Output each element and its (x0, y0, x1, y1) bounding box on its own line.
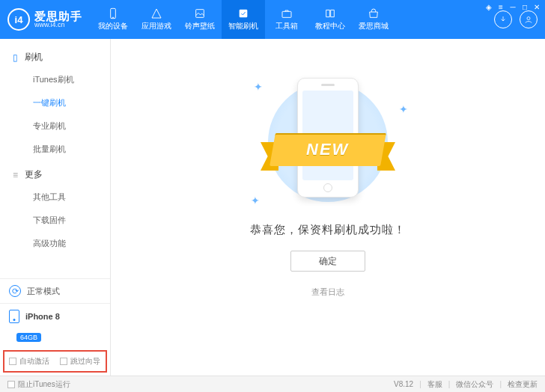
nav-label: 教程中心 (315, 21, 345, 31)
ribbon-text: NEW (306, 140, 349, 159)
flash-options-highlight: 自动激活 跳过向导 (3, 350, 107, 373)
nav-device[interactable]: 我的设备 (91, 0, 135, 39)
sidebar-group-label: 刷机 (25, 51, 43, 64)
app-url: www.i4.cn (34, 22, 82, 28)
sidebar-item-pro[interactable]: 专业刷机 (10, 114, 110, 138)
success-message: 恭喜您，保资料刷机成功啦！ (250, 223, 406, 237)
nav-label: 我的设备 (98, 21, 128, 31)
sidebar-group-more[interactable]: ≡ 更多 (10, 164, 110, 186)
refresh-icon: ⟳ (9, 285, 21, 297)
device-mode[interactable]: ⟳ 正常模式 (0, 279, 110, 304)
device-icon (9, 310, 19, 323)
nav-label: 智能刷机 (228, 21, 258, 31)
sparkle-icon: ✦ (254, 81, 263, 93)
success-illustration: ✦ ✦ ✦ NEW (249, 75, 407, 209)
apps-icon (150, 7, 163, 19)
version-label: V8.12 (394, 380, 413, 388)
sidebar-item-batch[interactable]: 批量刷机 (10, 138, 110, 161)
sparkle-icon: ✦ (251, 195, 260, 206)
nav-ring[interactable]: 铃声壁纸 (178, 0, 222, 39)
nav-label: 应用游戏 (141, 21, 171, 31)
sparkle-icon: ✦ (399, 103, 408, 115)
checkbox-auto-activate[interactable]: 自动激活 (9, 356, 49, 367)
nav-apps[interactable]: 应用游戏 (135, 0, 178, 39)
status-bar: 阻止iTunes运行 V8.12 | 客服 | 微信公众号 | 检查更新 (0, 376, 545, 392)
ribbon-icon: NEW (272, 133, 383, 166)
list-icon: ≡ (10, 170, 20, 180)
footer-link-support[interactable]: 客服 (427, 379, 442, 390)
logo-icon: i4 (7, 8, 30, 31)
checkbox-icon (9, 358, 16, 365)
view-log-link[interactable]: 查看日志 (311, 287, 344, 298)
menu-icon[interactable]: ≡ (497, 3, 505, 10)
minimize-icon[interactable]: ─ (509, 3, 517, 10)
nav-store[interactable]: 爱思商城 (352, 0, 395, 39)
svg-rect-0 (111, 8, 116, 18)
main-content: ✦ ✦ ✦ NEW 恭喜您，保资料刷机成功啦！ 确定 查看日志 (111, 39, 545, 376)
device-mode-label: 正常模式 (27, 286, 60, 297)
checkbox-icon (60, 358, 67, 365)
top-nav: 我的设备 应用游戏 铃声壁纸 智能刷机 工具箱 教程中心 爱思商城 (91, 0, 485, 39)
download-button[interactable] (494, 10, 512, 28)
nav-label: 工具箱 (275, 21, 298, 31)
book-icon (323, 7, 337, 19)
flash-icon (237, 7, 250, 19)
device-name: iPhone 8 (25, 312, 60, 321)
window-controls: ◈ ≡ ─ □ ✕ (485, 0, 545, 10)
maximize-icon[interactable]: □ (521, 3, 529, 10)
checkbox-icon (7, 381, 15, 388)
sidebar-item-othertools[interactable]: 其他工具 (10, 186, 110, 209)
sidebar: ▯ 刷机 iTunes刷机 一键刷机 专业刷机 批量刷机 ≡ 更多 其他工具 下… (0, 39, 111, 376)
app-title: 爱思助手 (34, 10, 82, 22)
checkbox-skip-guide[interactable]: 跳过向导 (60, 356, 100, 367)
store-icon (367, 7, 380, 19)
svg-point-5 (527, 17, 530, 20)
ok-button[interactable]: 确定 (290, 251, 365, 272)
sidebar-item-onekey[interactable]: 一键刷机 (10, 91, 110, 114)
sidebar-item-advanced[interactable]: 高级功能 (10, 232, 110, 255)
app-body: ▯ 刷机 iTunes刷机 一键刷机 专业刷机 批量刷机 ≡ 更多 其他工具 下… (0, 39, 545, 376)
nav-toolbox[interactable]: 工具箱 (265, 0, 308, 39)
sidebar-group-flash[interactable]: ▯ 刷机 (10, 46, 110, 68)
app-logo: i4 爱思助手 www.i4.cn (0, 0, 91, 39)
checkbox-label: 跳过向导 (70, 356, 100, 367)
phone-icon (106, 7, 120, 19)
svg-rect-2 (196, 10, 204, 18)
nav-label: 爱思商城 (359, 21, 389, 31)
wallpaper-icon (193, 7, 207, 19)
account-button[interactable] (520, 10, 538, 28)
sidebar-group-label: 更多 (25, 168, 43, 181)
close-icon[interactable]: ✕ (533, 3, 541, 10)
toolbox-icon (280, 7, 293, 19)
checkbox-block-itunes[interactable]: 阻止iTunes运行 (7, 379, 70, 390)
nav-tutorial[interactable]: 教程中心 (308, 0, 352, 39)
svg-rect-3 (240, 10, 248, 18)
title-bar: i4 爱思助手 www.i4.cn 我的设备 应用游戏 铃声壁纸 智能刷机 工具… (0, 0, 545, 39)
sidebar-item-download[interactable]: 下载固件 (10, 209, 110, 232)
nav-flash[interactable]: 智能刷机 (222, 0, 265, 39)
connected-device[interactable]: iPhone 8 (0, 304, 110, 329)
checkbox-label: 自动激活 (19, 356, 49, 367)
nav-label: 铃声壁纸 (185, 21, 215, 31)
storage-badge: 64GB (16, 333, 41, 342)
svg-rect-4 (282, 11, 291, 17)
checkbox-label: 阻止iTunes运行 (18, 379, 70, 390)
phone-icon: ▯ (10, 52, 20, 62)
footer-link-wechat[interactable]: 微信公众号 (456, 379, 493, 390)
sidebar-item-itunes[interactable]: iTunes刷机 (10, 68, 110, 91)
footer-link-update[interactable]: 检查更新 (508, 379, 538, 390)
skin-icon[interactable]: ◈ (485, 3, 493, 10)
